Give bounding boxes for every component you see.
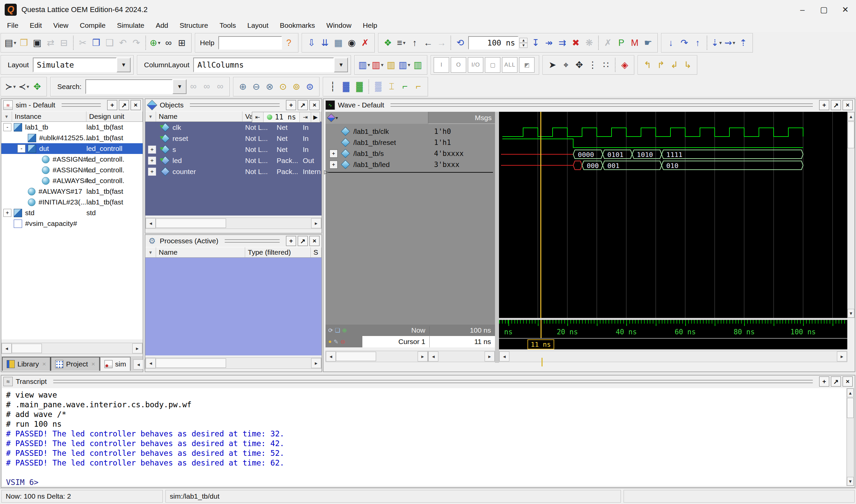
run-length-stepper[interactable]: ▲ ▼ [520, 38, 527, 48]
tree-row[interactable]: #vsim_capacity# [1, 218, 143, 229]
msgs-column-header[interactable]: Msgs [428, 112, 495, 124]
processes-list[interactable] [145, 258, 321, 355]
library-button[interactable]: ▦ [332, 35, 345, 51]
zoom-last-button[interactable]: ⊚ [290, 79, 303, 94]
tree-row[interactable]: #ALWAYS#... led_controll. [1, 175, 143, 186]
pane-grip[interactable] [190, 103, 280, 107]
menu-item[interactable]: Tools [214, 19, 242, 32]
zoom-cursor-button[interactable]: ⊙ [276, 79, 290, 94]
scroll-right-icon[interactable]: ► [485, 352, 495, 361]
search-down-button[interactable]: ∞ [187, 79, 200, 94]
env-up-button[interactable]: ↑ [408, 35, 421, 51]
run-button[interactable]: ↧ [529, 35, 542, 51]
remove-group-button[interactable]: ⌐ [412, 79, 425, 94]
scrollbar-thumb[interactable] [848, 122, 854, 148]
expand-mode-button[interactable]: ✥ [572, 57, 586, 73]
add-memory-button[interactable]: ▥ [357, 57, 371, 73]
objects-horizontal-scrollbar[interactable]: ◄ ► [145, 218, 321, 229]
wave-signal-row[interactable]: + /lab1_tb/s 4'bxxxx [326, 148, 495, 159]
cursor-line[interactable] [541, 320, 542, 339]
expand-button[interactable]: ⊞ [175, 35, 189, 51]
menu-item[interactable]: File [1, 19, 24, 32]
scrollbar-thumb[interactable] [847, 398, 854, 418]
maximize-button[interactable]: ▢ [813, 0, 835, 19]
radix-all-button[interactable]: ALL [502, 57, 518, 73]
column-instance[interactable]: Instance [12, 111, 86, 122]
step-out-button[interactable]: ↑ [691, 35, 704, 51]
object-expander[interactable]: + [148, 168, 156, 176]
copy-signal-button[interactable]: ≺ [17, 79, 31, 94]
object-row[interactable]: + s Not L... Net In [145, 144, 321, 155]
undock-button[interactable]: ↗ [119, 100, 129, 110]
refresh-icon[interactable]: ⟳ [328, 327, 333, 334]
tree-row[interactable]: #ALWAYS#17 lab1_tb(fast [1, 186, 143, 197]
zoom-in-button[interactable]: ⊕ [236, 79, 249, 94]
run-all-button[interactable]: ⇉ [556, 35, 569, 51]
menu-item[interactable]: Bookmarks [274, 19, 321, 32]
edit-memory-button[interactable]: ▥ [384, 57, 398, 73]
scroll-left-icon[interactable]: ◄ [326, 352, 336, 361]
step-into-button[interactable]: ↓ [664, 35, 678, 51]
transcript-console[interactable]: # view wave# .main_pane.wave.interior.cs… [2, 388, 846, 486]
filter-funnel-icon[interactable]: ▼ [145, 111, 156, 122]
wave-names-toolbar[interactable]: ▾ [326, 112, 428, 124]
undock-button[interactable]: ↗ [298, 100, 308, 110]
menu-item[interactable]: Edit [24, 19, 48, 32]
search-combo-arrow-icon[interactable]: ▼ [173, 79, 187, 94]
menu-item[interactable]: View [48, 19, 74, 32]
scroll-left-icon[interactable]: ◄ [428, 352, 438, 361]
menu-item[interactable]: Simulate [111, 19, 150, 32]
break-button[interactable]: ✖ [569, 35, 582, 51]
scroll-right-icon[interactable]: ► [311, 218, 321, 228]
copy-button[interactable]: ❐ [89, 35, 103, 51]
add-button[interactable]: + [819, 377, 829, 386]
compile-button[interactable]: ⇩ [305, 35, 318, 51]
window-icon[interactable]: ❏ [335, 327, 340, 334]
undo-button[interactable]: ↶ [116, 35, 129, 51]
expand-all-button[interactable]: ▓ [339, 79, 353, 94]
wave-ruler[interactable]: ns20 ns40 ns60 ns80 ns100 ns 11 ns [499, 320, 847, 349]
close-button[interactable]: × [310, 236, 319, 246]
scroll-right-icon[interactable]: ► [132, 343, 142, 354]
column-state[interactable]: S [311, 247, 321, 257]
tree-row[interactable]: #ublk#412525... lab1_tb(fast [1, 132, 143, 143]
tree-row[interactable]: - dut led_controll [1, 143, 143, 154]
time-play-icon[interactable]: ▶ [311, 112, 320, 122]
bottom-tab[interactable]: Library × [2, 357, 51, 371]
run-continue-button[interactable]: ↠ [542, 35, 556, 51]
scrollbar-thumb[interactable] [156, 358, 226, 368]
undock-button[interactable]: ↗ [831, 377, 841, 386]
minimize-button[interactable]: – [792, 0, 813, 19]
wave-expander[interactable]: + [330, 149, 337, 158]
dock-columns-button[interactable]: ⋮ [586, 57, 599, 73]
column-layout-button[interactable]: ∷ [599, 57, 613, 73]
goto-next-fall-button[interactable]: ↳ [681, 57, 694, 73]
names-horizontal-scrollbar[interactable]: ◄ ► [326, 351, 428, 362]
wave-signal-row[interactable]: /lab1_tb/reset 1'h1 [326, 137, 495, 148]
tree-expander[interactable]: - [3, 123, 12, 131]
scroll-up-icon[interactable]: ▲ [847, 389, 854, 397]
wave-pane-header[interactable]: ∿ Wave - Default +↗× [324, 99, 855, 111]
run-length-input[interactable]: 100 ns [468, 36, 519, 50]
tree-expander[interactable]: - [17, 145, 25, 152]
tab-close-icon[interactable]: × [91, 360, 95, 368]
print-button[interactable]: ⊟ [57, 35, 71, 51]
memory-profile-button[interactable]: M [628, 35, 641, 51]
values-horizontal-scrollbar[interactable]: ◄ ► [428, 351, 495, 362]
open-button[interactable]: ❒ [17, 35, 31, 51]
radix-octal-button[interactable]: O [451, 57, 466, 73]
menu-item[interactable]: Compile [74, 19, 111, 32]
paste-signal-button[interactable]: ✥ [31, 79, 44, 94]
compile-all-button[interactable]: ⇊ [318, 35, 332, 51]
wave-splitter[interactable] [495, 112, 499, 363]
zoom-range-button[interactable]: ⊜ [303, 79, 316, 94]
env-back-button[interactable]: ← [421, 35, 435, 51]
bottom-tab[interactable]: sim [100, 357, 131, 371]
cursor-row[interactable]: ● ✎ ⊖ Cursor 1 11 ns [326, 336, 495, 347]
wave-expander[interactable]: + [330, 161, 337, 169]
object-expander[interactable]: + [148, 146, 156, 154]
zoom-mode-button[interactable]: ⌖ [559, 57, 572, 73]
scroll-left-icon[interactable]: ◄ [499, 352, 509, 361]
tree-row[interactable]: - lab1_tb lab1_tb(fast [1, 122, 143, 132]
add-group-button[interactable]: ⌐ [398, 79, 412, 94]
